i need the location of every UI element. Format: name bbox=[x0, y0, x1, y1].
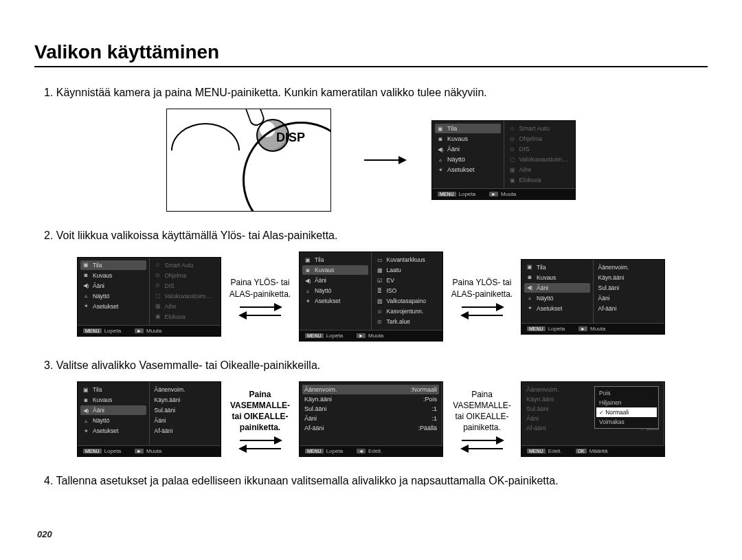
mid-label: Paina VASEMMALLE- tai OIKEALLE-painikett… bbox=[224, 389, 296, 434]
menu-item: Ääni bbox=[596, 293, 662, 303]
menu-item: ◀)Ääni bbox=[302, 276, 368, 285]
row-3: ▣Tila ◙Kuvaus ◀)Ääni ▵Näyttö ✶Asetukset … bbox=[34, 381, 708, 457]
menu-item: ◀)Ääni bbox=[80, 405, 146, 415]
menu-item: Äänenvoim. bbox=[153, 385, 218, 394]
arrow-right-icon bbox=[462, 306, 503, 308]
menu-item: ◎Ohjelma bbox=[153, 271, 218, 280]
submenu-row: Käyn.ääni:Pois bbox=[302, 394, 439, 404]
step-4-text: 4. Tallenna asetukset ja palaa edellisee… bbox=[44, 475, 708, 487]
popup-option-selected: Normaali bbox=[596, 407, 657, 417]
menu-item: ▣Tila bbox=[302, 255, 368, 265]
arrow-left-icon bbox=[240, 315, 281, 316]
lcd-panel-3a: ▣Tila ◙Kuvaus ◀)Ääni ▵Näyttö ✶Asetukset … bbox=[77, 381, 221, 457]
menu-item: Ääni bbox=[153, 416, 218, 425]
row-1: DISP ▣Tila ◙Kuvaus ◀)Ääni ▵Näyttö ✶Asetu… bbox=[34, 109, 708, 212]
menu-item: Sul.ääni bbox=[153, 405, 218, 415]
arrow-right-icon bbox=[462, 440, 503, 441]
lcd-panel-2b: ▣Tila ◙Kuvaus ◀)Ääni ▵Näyttö ✶Asetukset … bbox=[299, 251, 443, 341]
menu-item: ⊙DIS bbox=[507, 144, 573, 154]
submenu-row: Sul.ääni:1 bbox=[302, 404, 439, 414]
menu-item: ◀)Ääni bbox=[524, 283, 590, 293]
arrows-and-label: Paina YLÖS- tai ALAS-painiketta. bbox=[446, 277, 518, 315]
menu-item: ◙Kuvaus bbox=[80, 395, 146, 405]
arrow-left-icon bbox=[462, 448, 503, 449]
popup-option: Hiljainen bbox=[596, 398, 657, 407]
menu-item: ▭Kuvantarkkuus bbox=[374, 255, 440, 265]
submenu-row: Ääni:1 bbox=[302, 414, 439, 423]
menu-item: Af-ääni bbox=[596, 304, 662, 313]
arrows-and-label: Paina YLÖS- tai ALAS-painiketta. bbox=[224, 277, 296, 315]
camera-drawing: DISP bbox=[166, 109, 331, 212]
menu-item: ▢Valokuvaustoim… bbox=[153, 291, 218, 301]
menu-item: ◙Kuvaus bbox=[302, 265, 368, 275]
menu-item: ☺Smart Auto bbox=[507, 124, 573, 133]
menu-item: ◙Kuvaus bbox=[524, 273, 590, 282]
arrow-right-icon bbox=[240, 440, 281, 441]
menu-item: ▣Tila bbox=[80, 385, 146, 394]
submenu-row: Af-ääni:Päällä bbox=[302, 423, 439, 433]
menu-item: ⊙Tark.alue bbox=[374, 317, 440, 326]
page-title: Valikon käyttäminen bbox=[34, 41, 708, 67]
page-number: 020 bbox=[37, 529, 52, 539]
option-popup: Pois Hiljainen Normaali Voimakas bbox=[594, 386, 659, 429]
step-1-text: 1. Käynnistää kamera ja paina MENU-paini… bbox=[44, 87, 708, 99]
lcd-footer: MENULopeta ►Muuta bbox=[432, 188, 575, 199]
lcd-panel-1: ▣Tila ◙Kuvaus ◀)Ääni ▵Näyttö ✶Asetukset … bbox=[431, 120, 576, 200]
arrow-right-icon bbox=[240, 306, 281, 308]
menu-item: ▵Näyttö bbox=[80, 416, 146, 425]
dial-label: DISP bbox=[276, 131, 305, 145]
mid-label: Paina VASEMMALLE- tai OIKEALLE-painikett… bbox=[446, 389, 518, 434]
lcd-panel-3c: Äänenvoim. Käyn.ääni Sul.ääni Ääni Af-ää… bbox=[521, 381, 665, 457]
menu-item: ▦Aihe bbox=[507, 165, 573, 175]
arrow-right-icon bbox=[364, 159, 405, 161]
menu-item: ▦Laatu bbox=[374, 265, 440, 275]
lcd-panel-2c: ▣Tila ◙Kuvaus ◀)Ääni ▵Näyttö ✶Asetukset … bbox=[521, 259, 665, 335]
menu-item: ▢Valokuvaustoim… bbox=[507, 155, 573, 164]
menu-item: ◙Kuvaus bbox=[80, 271, 146, 280]
menu-item: ☺Kasvojentunn. bbox=[374, 306, 440, 316]
lcd-panel-3b: Äänenvoim.:Normaali Käyn.ääni:Pois Sul.ä… bbox=[299, 381, 443, 457]
menu-item: ▨Valkotasapaino bbox=[374, 296, 440, 306]
menu-item: ▣Tila bbox=[80, 260, 146, 270]
row-2: ▣Tila ◙Kuvaus ◀)Ääni ▵Näyttö ✶Asetukset … bbox=[34, 251, 708, 341]
lcd-panel-2a: ▣Tila ◙Kuvaus ◀)Ääni ▵Näyttö ✶Asetukset … bbox=[77, 257, 221, 337]
arrows-and-label: Paina VASEMMALLE- tai OIKEALLE-painikett… bbox=[446, 389, 518, 450]
menu-item: ✶Asetukset bbox=[80, 426, 146, 436]
menu-item: ▵Näyttö bbox=[435, 155, 501, 164]
menu-item: ✶Asetukset bbox=[302, 296, 368, 306]
menu-item: Af-ääni bbox=[153, 426, 218, 436]
menu-item: Äänenvoim. bbox=[596, 262, 662, 272]
menu-item: ⊙DIS bbox=[153, 281, 218, 291]
menu-item: ✶Asetukset bbox=[80, 302, 146, 311]
menu-item: ▣Elokuva bbox=[507, 175, 573, 185]
menu-item: ▦Aihe bbox=[153, 302, 218, 311]
mid-label: Paina YLÖS- tai ALAS-painiketta. bbox=[224, 277, 296, 299]
menu-item: ☺Smart Auto bbox=[153, 260, 218, 270]
menu-item: ◙Kuvaus bbox=[435, 134, 501, 144]
step-3-text: 3. Valitse alivalikko Vasemmalle- tai Oi… bbox=[44, 359, 708, 372]
arrows-and-label: Paina VASEMMALLE- tai OIKEALLE-painikett… bbox=[224, 389, 296, 450]
step-2-text: 2. Voit liikkua valikoissa käyttämällä Y… bbox=[44, 229, 708, 242]
submenu-row: Äänenvoim.:Normaali bbox=[302, 385, 439, 394]
popup-option: Voimakas bbox=[596, 417, 657, 427]
menu-item: ▣Tila bbox=[524, 262, 590, 272]
mid-label: Paina YLÖS- tai ALAS-painiketta. bbox=[446, 277, 518, 299]
menu-item: ✶Asetukset bbox=[524, 304, 590, 313]
menu-item: ◎Ohjelma bbox=[507, 134, 573, 144]
menu-item: Sul.ääni bbox=[596, 283, 662, 293]
menu-item: ▣Elokuva bbox=[153, 312, 218, 322]
arrow-left-icon bbox=[462, 315, 503, 316]
menu-item: Käyn.ääni bbox=[153, 395, 218, 405]
menu-item: ▵Näyttö bbox=[302, 286, 368, 295]
menu-item: Käyn.ääni bbox=[596, 273, 662, 282]
menu-item: ≣ISO bbox=[374, 286, 440, 295]
menu-item: ◀)Ääni bbox=[80, 281, 146, 291]
menu-item: ▵Näyttö bbox=[524, 293, 590, 303]
menu-item: ✶Asetukset bbox=[435, 165, 501, 175]
popup-option: Pois bbox=[596, 388, 657, 398]
arrow-left-icon bbox=[240, 448, 281, 449]
menu-item: ▣Tila bbox=[435, 124, 501, 133]
menu-item: ▵Näyttö bbox=[80, 291, 146, 301]
menu-item: ◀)Ääni bbox=[435, 144, 501, 154]
menu-item: ☑EV bbox=[374, 276, 440, 285]
